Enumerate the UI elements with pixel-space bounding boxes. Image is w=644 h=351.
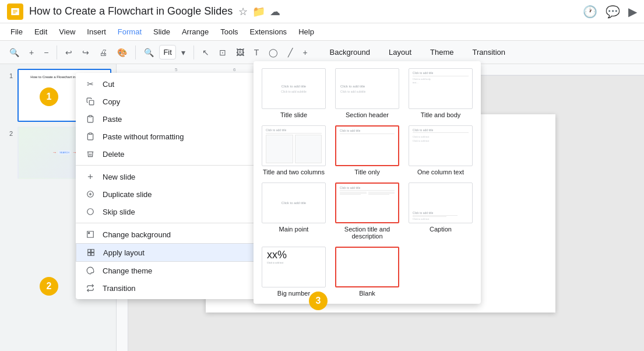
theme-btn[interactable]: Theme (423, 45, 460, 59)
zoom-out-btn[interactable]: − (39, 45, 53, 59)
paint-btn[interactable]: 🎨 (112, 45, 132, 59)
app-icon (7, 3, 23, 20)
layout-thumb-title-body[interactable]: Click to add title Click to add bodytext… (409, 68, 473, 109)
slide2-shapes: → SEARCH → (52, 150, 77, 155)
menu-arrange[interactable]: Arrange (176, 23, 214, 40)
layout-thumb-two-col[interactable]: Click to add title (262, 125, 326, 166)
ctx-delete-label: Delete (103, 150, 125, 159)
history-group: ↩ ↪ 🖨 🎨 (61, 45, 132, 59)
shape-btn[interactable]: ◯ (264, 45, 283, 59)
menu-help[interactable]: Help (293, 23, 320, 40)
lt-cap-title: Click to add title (413, 211, 469, 215)
slide-number-2: 2 (5, 127, 13, 137)
toolbar: 🔍 + − ↩ ↪ 🖨 🎨 🔍 Fit ▾ ↖ ⊡ 🖼 T ◯ ╱ + Back… (0, 41, 644, 64)
image-btn[interactable]: 🖼 (231, 45, 249, 59)
layout-big-number[interactable]: xx% Click to add text Big number (261, 247, 327, 297)
title-icons: ☆ 📁 ☁ (238, 5, 280, 18)
menu-insert[interactable]: Insert (81, 23, 112, 40)
layout-thumb-caption[interactable]: Click to add title Click to add text (409, 182, 473, 223)
svg-rect-22 (92, 253, 94, 256)
layout-btn[interactable]: Layout (382, 45, 418, 59)
cut-icon: ✂ (85, 79, 96, 89)
layout-label-section-header: Section header (346, 111, 389, 118)
svg-rect-20 (92, 250, 94, 252)
layout-title-only[interactable]: Click to add title Title only (334, 125, 400, 176)
zoom-in-btn[interactable]: + (24, 45, 38, 59)
ctx-change-bg-label: Change background (103, 230, 171, 239)
folder-icon[interactable]: 📁 (252, 5, 265, 18)
layout-section-header[interactable]: Click to add title Click to add subtitle… (334, 68, 400, 118)
menu-file[interactable]: File (5, 23, 29, 40)
lt-sh-title: Click to add title (340, 85, 394, 88)
menu-slide[interactable]: Slide (147, 23, 176, 40)
undo-btn[interactable]: ↩ (61, 45, 77, 59)
layout-label-caption: Caption (430, 226, 452, 233)
layout-thumb-title-only[interactable]: Click to add title (335, 125, 399, 166)
ctx-duplicate-label: Duplicate slide (103, 190, 152, 199)
lt-ts-title: Click to add title (281, 85, 306, 88)
layout-thumb-main-point[interactable]: Click to add title (262, 182, 326, 223)
zoom-fit-icon[interactable]: 🔍 (139, 45, 159, 59)
layout-caption[interactable]: Click to add title Click to add text Cap… (407, 182, 474, 240)
lt-tb-body: Click to add bodytext... (413, 78, 469, 85)
layout-title-body[interactable]: Click to add title Click to add bodytext… (407, 68, 474, 118)
lt-std-col1 (340, 192, 367, 220)
layout-thumb-one-col[interactable]: Click to add title Click to add text Cli… (409, 125, 473, 166)
layout-label-blank: Blank (359, 290, 375, 297)
svg-rect-11 (89, 133, 92, 134)
print-btn[interactable]: 🖨 (94, 45, 112, 59)
menu-view[interactable]: View (53, 23, 81, 40)
cursor-btn[interactable]: ↖ (198, 45, 214, 59)
transition-btn[interactable]: Transition (465, 45, 512, 59)
zoom-level[interactable]: Fit (159, 45, 175, 59)
delete-icon (85, 149, 96, 159)
menu-tools[interactable]: Tools (214, 23, 244, 40)
lt-cap-sub: Click to add text (413, 217, 469, 220)
layout-one-col[interactable]: Click to add title Click to add text Cli… (407, 125, 474, 176)
layout-thumb-blank[interactable] (335, 247, 399, 287)
search-btn[interactable]: 🔍 (5, 45, 24, 59)
lt-to-title: Click to add title (340, 129, 395, 134)
text-btn[interactable]: T (249, 45, 264, 59)
paste-icon (85, 114, 96, 124)
layout-title-slide[interactable]: Click to add title Click to add subtitle… (261, 68, 327, 118)
layout-label-section-title-desc: Section title anddescription (344, 226, 390, 240)
menu-format[interactable]: Format (112, 23, 147, 40)
menu-edit[interactable]: Edit (29, 23, 53, 40)
layout-label-title-body: Title and body (421, 111, 461, 118)
present-icon[interactable]: ▶ (628, 5, 637, 19)
menu-extensions[interactable]: Extensions (244, 23, 293, 40)
title-bar: How to Create a Flowchart in Google Slid… (0, 0, 644, 23)
layout-blank[interactable]: Blank (334, 247, 400, 297)
add-btn[interactable]: + (298, 45, 312, 59)
layout-two-col[interactable]: Click to add title Title and two columns (261, 125, 327, 176)
line-btn[interactable]: ╱ (283, 45, 297, 59)
sep1 (57, 45, 57, 59)
background-btn[interactable]: Background (323, 45, 377, 59)
box1: SEARCH (58, 150, 71, 155)
layout-main-point[interactable]: Click to add title Main point (261, 182, 327, 240)
layout-thumb-section-title-desc[interactable]: Click to add title (335, 182, 399, 223)
layout-section-title-desc[interactable]: Click to add title (334, 182, 400, 240)
layout-thumb-section-header[interactable]: Click to add title Click to add subtitle (335, 68, 399, 109)
layout-label-title-slide: Title slide (280, 111, 307, 118)
svg-text:6: 6 (233, 67, 236, 72)
copy-icon (85, 96, 96, 107)
cloud-icon[interactable]: ☁ (270, 5, 280, 18)
redo-btn[interactable]: ↪ (78, 45, 94, 59)
duplicate-icon (85, 189, 96, 199)
layout-label-main-point: Main point (279, 226, 309, 233)
layout-label-big-number: Big number (277, 290, 310, 297)
lt-std-title: Click to add title (340, 186, 395, 191)
star-icon[interactable]: ☆ (238, 5, 248, 18)
zoom-dropdown[interactable]: ▾ (177, 45, 190, 59)
select-btn[interactable]: ⊡ (214, 45, 231, 59)
zoom-fit-group: 🔍 Fit ▾ (139, 45, 189, 59)
lt-tb-title: Click to add title (413, 71, 469, 76)
layout-thumb-big-number[interactable]: xx% Click to add text (262, 247, 326, 287)
comments-icon[interactable]: 💬 (606, 5, 620, 19)
layout-thumb-title-slide[interactable]: Click to add title Click to add subtitle (262, 68, 326, 109)
history-icon[interactable]: 🕐 (583, 5, 597, 19)
ctx-transition-label: Transition (103, 284, 136, 293)
slide-toolbar-btns: Background Layout Theme Transition (323, 45, 513, 59)
